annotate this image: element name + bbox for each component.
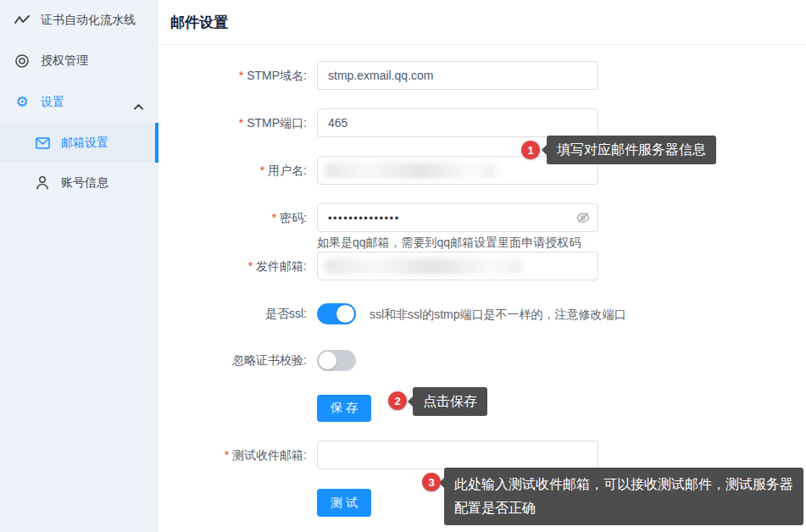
- sidebar-item-account-info[interactable]: 账号信息: [0, 163, 158, 202]
- field-row-test-recipient: *测试收件邮箱:: [158, 441, 806, 469]
- required-asterisk: *: [239, 116, 243, 130]
- test-recipient-input[interactable]: [317, 441, 598, 469]
- sidebar-item-settings[interactable]: ⚙ 设置: [0, 81, 158, 123]
- annotation-tooltip-3: 此处输入测试收件邮箱，可以接收测试邮件，测试服务器配置是否正确: [444, 468, 803, 525]
- required-asterisk: *: [248, 259, 253, 273]
- annotation-badge-3: 3: [422, 473, 441, 491]
- trend-line-icon: [14, 13, 30, 28]
- sidebar-item-label: 邮箱设置: [61, 136, 108, 151]
- email-settings-page: 证书自动化流水线 授权管理 ⚙ 设置 邮箱设置 账号信: [0, 0, 806, 532]
- target-icon: [14, 53, 30, 69]
- sidebar-item-mailbox-settings[interactable]: 邮箱设置: [0, 123, 158, 163]
- test-button[interactable]: 测 试: [317, 489, 371, 517]
- eye-off-icon[interactable]: [575, 210, 591, 225]
- sidebar: 证书自动化流水线 授权管理 ⚙ 设置 邮箱设置 账号信: [0, 0, 158, 532]
- field-label: *密码:: [158, 203, 317, 232]
- smtp-domain-input[interactable]: [317, 61, 598, 90]
- password-helper-text: 如果是qq邮箱，需要到qq邮箱设置里面申请授权码: [317, 234, 581, 251]
- field-label: *测试收件邮箱:: [158, 441, 317, 469]
- ssl-switch[interactable]: [317, 303, 356, 324]
- redacted-value-blur: [324, 163, 497, 179]
- required-asterisk: *: [260, 163, 264, 177]
- annotation-badge-1: 1: [521, 141, 540, 159]
- save-button[interactable]: 保 存: [317, 395, 371, 422]
- sidebar-item-label: 账号信息: [61, 175, 108, 191]
- chevron-up-icon: [134, 99, 143, 113]
- gear-icon: ⚙: [14, 95, 30, 110]
- field-row-password: *密码:: [158, 203, 806, 232]
- sidebar-item-label: 授权管理: [41, 53, 88, 69]
- annotation-tooltip-2: 点击保存: [413, 387, 487, 416]
- password-input[interactable]: [317, 203, 598, 232]
- smtp-port-input[interactable]: [317, 108, 598, 137]
- mail-icon: [35, 136, 50, 151]
- annotation-tooltip-1: 填写对应邮件服务器信息: [547, 136, 716, 164]
- sidebar-item-cert-pipeline[interactable]: 证书自动化流水线: [0, 0, 158, 41]
- ignore-cert-switch[interactable]: [317, 350, 356, 371]
- ssl-helper-text: ssl和非ssl的stmp端口是不一样的，注意修改端口: [370, 306, 626, 323]
- content-header: 邮件设置: [158, 0, 806, 45]
- required-asterisk: *: [239, 69, 243, 82]
- switch-knob: [336, 305, 354, 323]
- field-label: *STMP域名:: [158, 61, 317, 90]
- field-row-smtp-domain: *STMP域名:: [158, 61, 806, 90]
- required-asterisk: *: [272, 211, 276, 224]
- field-row-sender-email: *发件邮箱:: [158, 252, 806, 280]
- field-row-smtp-port: *STMP端口:: [158, 108, 806, 137]
- sidebar-item-label: 设置: [41, 95, 64, 110]
- sidebar-item-label: 证书自动化流水线: [41, 13, 136, 28]
- field-label: *STMP端口:: [158, 108, 317, 137]
- field-label: *发件邮箱:: [158, 252, 317, 280]
- redacted-value-blur: [324, 258, 523, 274]
- switch-knob: [319, 352, 336, 369]
- required-asterisk: *: [225, 448, 229, 462]
- sidebar-item-auth-management[interactable]: 授权管理: [0, 41, 158, 81]
- field-label: *用户名:: [158, 156, 317, 185]
- page-title: 邮件设置: [170, 0, 228, 45]
- field-label: 忽略证书校验:: [158, 350, 317, 371]
- annotation-badge-2: 2: [388, 391, 407, 410]
- field-label: 是否ssl:: [158, 303, 317, 324]
- field-row-ignore-cert: 忽略证书校验:: [158, 350, 806, 371]
- user-icon: [35, 175, 50, 191]
